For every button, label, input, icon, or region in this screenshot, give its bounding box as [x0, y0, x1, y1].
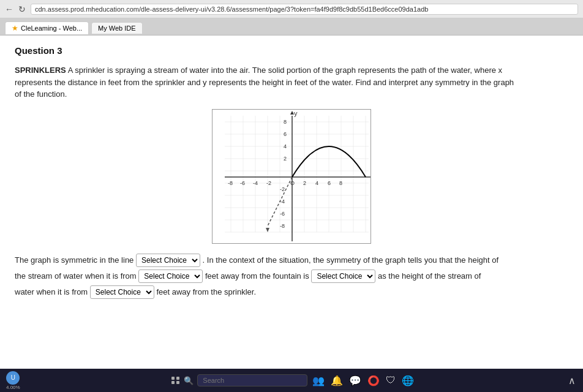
browser-bar: ← ↻ cdn.assess.prod.mheducation.com/dle-… [0, 0, 583, 18]
bell-icon[interactable]: 🔔 [329, 374, 344, 388]
graph-container: x y -8 -6 -4 -2 O 2 4 6 8 8 6 4 2 -2 -4 … [15, 109, 568, 244]
svg-text:O: O [290, 180, 295, 186]
sentence1-suffix: . In the context of the situation, the s… [203, 255, 498, 265]
svg-text:-8: -8 [228, 180, 233, 186]
svg-text:2: 2 [303, 180, 306, 186]
question-bold: SPRINKLERS [15, 66, 66, 75]
taskbar: U 4.00% 🔍 👥 🔔 💬 ⭕ 🛡 🌐 ∧ [0, 369, 583, 392]
tab-bar: ★ CleLeaming - Web... My Web IDE [0, 18, 583, 36]
tab-ide-label: My Web IDE [98, 24, 136, 32]
svg-text:4: 4 [284, 143, 287, 149]
svg-text:6: 6 [328, 180, 331, 186]
select-choice-1[interactable]: Select Choice x = 3 x = 4 y = x y = 0 [136, 254, 200, 267]
svg-marker-24 [370, 175, 371, 179]
sentence-block: The graph is symmetric in the line Selec… [15, 252, 517, 300]
chevron-up-icon[interactable]: ∧ [567, 374, 577, 388]
sentence3-suffix: feet away from the sprinkler. [156, 287, 256, 296]
svg-text:8: 8 [284, 119, 287, 125]
chat-icon[interactable]: 💬 [348, 374, 363, 388]
search-input[interactable] [197, 374, 307, 386]
question-title: Question 3 [15, 45, 568, 56]
svg-text:-4: -4 [253, 180, 258, 186]
taskbar-user: U 4.00% [6, 371, 20, 390]
svg-text:-2: -2 [280, 186, 285, 192]
back-button[interactable]: ← [5, 4, 13, 14]
svg-marker-46 [266, 228, 269, 232]
people-icon[interactable]: 👥 [311, 374, 326, 388]
graph-svg: x y -8 -6 -4 -2 O 2 4 6 8 8 6 4 2 -2 -4 … [212, 109, 371, 244]
select-choice-4[interactable]: Select Choice 2 3 4 5 6 [90, 285, 154, 299]
svg-text:-2: -2 [266, 180, 271, 186]
search-icon: 🔍 [184, 376, 194, 385]
svg-text:8: 8 [339, 180, 342, 186]
svg-text:-4: -4 [280, 198, 285, 205]
tab-cle-label: CleLeaming - Web... [21, 24, 82, 32]
sentence2-mid: feet away from the fountain is [205, 271, 309, 281]
sentence3-prefix: water when it is from [15, 287, 88, 296]
svg-text:6: 6 [284, 131, 287, 137]
svg-text:y: y [294, 110, 298, 117]
taskbar-left: U 4.00% [6, 371, 20, 390]
select-choice-2[interactable]: Select Choice 2 3 4 5 6 [138, 270, 203, 283]
sentence2-suffix: as the height of the stream of [378, 271, 481, 281]
url-bar: cdn.assess.prod.mheducation.com/dle-asse… [31, 4, 578, 15]
taskbar-right: ∧ [567, 374, 577, 388]
svg-text:-8: -8 [280, 223, 285, 229]
shield-icon[interactable]: 🛡 [385, 374, 397, 387]
question-text: A sprinkler is spraying a stream of wate… [15, 66, 514, 99]
svg-text:2: 2 [284, 156, 287, 162]
svg-text:4: 4 [315, 180, 318, 186]
sentence2-prefix: the stream of water when it is from [15, 271, 137, 281]
circle-icon[interactable]: ⭕ [366, 374, 381, 388]
taskbar-center: 🔍 👥 🔔 💬 ⭕ 🛡 🌐 [25, 374, 562, 388]
content-area: Question 3 SPRINKLERS A sprinkler is spr… [0, 36, 583, 369]
tab-ide[interactable]: My Web IDE [91, 22, 143, 34]
reload-button[interactable]: ↻ [18, 4, 26, 14]
svg-text:-6: -6 [280, 211, 285, 217]
globe-icon[interactable]: 🌐 [401, 374, 415, 388]
select-choice-3[interactable]: Select Choice the same different greater [311, 270, 375, 283]
sentence1-prefix: The graph is symmetric in the line [15, 255, 134, 265]
user-initials: U [11, 374, 15, 381]
star-icon: ★ [12, 24, 18, 32]
grid-icon [171, 377, 180, 384]
svg-text:-6: -6 [240, 180, 245, 186]
question-body: SPRINKLERS A sprinkler is spraying a str… [15, 64, 517, 100]
avatar: U [6, 371, 20, 385]
tab-cle[interactable]: ★ CleLeaming - Web... [5, 21, 89, 34]
user-pct: 4.00% [6, 385, 20, 390]
